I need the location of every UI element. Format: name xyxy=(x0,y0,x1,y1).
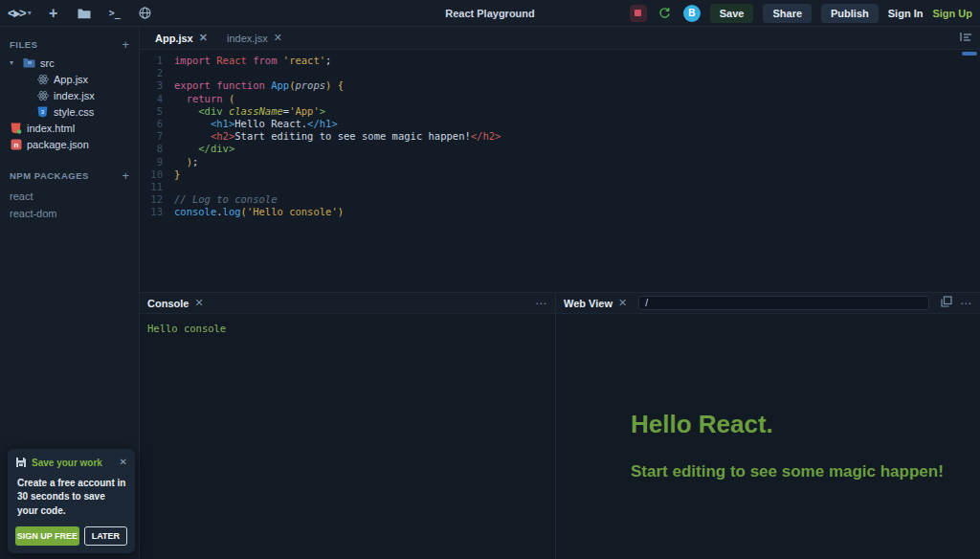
save-button[interactable]: Save xyxy=(710,4,754,23)
logo-code-icon: <▸> xyxy=(8,6,26,20)
npm-packages-header: NPM PACKAGES xyxy=(10,170,89,181)
react-file-icon xyxy=(36,89,49,101)
line-number: 12 xyxy=(140,193,163,206)
file-tree-item-style-css[interactable]: 3style.css xyxy=(0,103,139,120)
add-package-icon[interactable]: + xyxy=(122,169,129,182)
code-line-8[interactable]: 8 </div> xyxy=(140,143,980,155)
console-tab[interactable]: Console xyxy=(147,298,189,309)
code-line-3[interactable]: 3export function App(props) { xyxy=(140,79,980,92)
editor-tab-App-jsx[interactable]: App.jsx✕ xyxy=(147,28,215,48)
terminal-icon[interactable]: >_ xyxy=(106,5,123,22)
editor-tab-index-jsx[interactable]: index.jsx✕ xyxy=(219,28,290,48)
webview-panel: Web View ✕ / ⋯ Hello React. xyxy=(556,293,980,559)
react-file-icon xyxy=(36,73,49,85)
svg-text:n: n xyxy=(13,141,18,149)
npm-file-icon: n xyxy=(10,138,22,150)
file-tree-item-src[interactable]: ▾src xyxy=(0,55,139,71)
webview-subheading: Start editing to see some magic happen! xyxy=(631,462,980,481)
file-tree-item-App-jsx[interactable]: App.jsx xyxy=(0,71,139,87)
line-number: 11 xyxy=(140,181,163,193)
avatar[interactable]: B xyxy=(683,5,701,22)
code-line-7[interactable]: 7 <h2>Start editing to see some magic ha… xyxy=(140,130,980,143)
code-line-2[interactable]: 2 xyxy=(140,67,980,79)
code-line-1[interactable]: 1import React from 'react'; xyxy=(140,55,980,67)
webview-menu-icon[interactable]: ⋯ xyxy=(960,297,972,310)
tab-label: App.jsx xyxy=(155,33,193,44)
file-name: src xyxy=(40,57,55,69)
editor-tab-bar: App.jsx✕index.jsx✕ xyxy=(140,27,980,50)
code-line-13[interactable]: 13console.log('Hello console') xyxy=(140,206,980,218)
code-line-12[interactable]: 12// Log to console xyxy=(140,193,980,206)
tab-label: index.jsx xyxy=(227,33,268,44)
top-bar: <▸> ▾ + >_ React Playground B Save Share… xyxy=(0,0,980,27)
close-icon[interactable]: ✕ xyxy=(618,297,627,309)
open-in-new-window-icon[interactable] xyxy=(941,296,952,310)
close-icon[interactable]: ✕ xyxy=(199,32,208,44)
line-number: 13 xyxy=(140,206,163,218)
line-number: 6 xyxy=(140,118,163,130)
line-number: 9 xyxy=(140,156,163,168)
app-logo[interactable]: <▸> ▾ xyxy=(8,6,32,20)
npm-package-react[interactable]: react xyxy=(0,188,139,205)
file-tree-item-index-jsx[interactable]: index.jsx xyxy=(0,87,139,103)
code-line-4[interactable]: 4 return ( xyxy=(140,93,980,105)
popup-title: Save your work xyxy=(32,457,115,468)
save-work-popup: Save your work ✕ Create a free account i… xyxy=(8,449,135,554)
editor-scrollbar[interactable] xyxy=(962,52,977,56)
popup-message: Create a free account in 30 seconds to s… xyxy=(17,477,127,519)
url-input[interactable]: / xyxy=(638,296,929,310)
folder-icon[interactable] xyxy=(76,5,93,22)
line-number: 10 xyxy=(140,168,163,181)
file-name: index.jsx xyxy=(54,90,95,101)
code-line-5[interactable]: 5 <div className='App'> xyxy=(140,105,980,118)
file-tree-item-package-json[interactable]: npackage.json xyxy=(0,136,139,152)
sign-up-link[interactable]: Sign Up xyxy=(932,8,972,19)
webview-content: Hello React. Start editing to see some m… xyxy=(556,314,980,481)
new-project-icon[interactable]: + xyxy=(45,5,62,22)
refresh-icon[interactable] xyxy=(657,5,674,22)
sign-up-free-button[interactable]: SIGN UP FREE xyxy=(15,526,79,546)
console-menu-icon[interactable]: ⋯ xyxy=(535,297,547,310)
chevron-down-icon: ▾ xyxy=(28,9,32,17)
line-number: 3 xyxy=(140,79,163,92)
files-header: FILES xyxy=(10,39,37,50)
code-line-6[interactable]: 6 <h1>Hello React.</h1> xyxy=(140,118,980,130)
css-file-icon: 3 xyxy=(36,105,49,118)
globe-icon[interactable] xyxy=(137,5,154,22)
close-icon[interactable]: ✕ xyxy=(120,457,127,467)
file-name: style.css xyxy=(54,106,94,118)
add-file-icon[interactable]: + xyxy=(122,38,129,51)
close-icon[interactable]: ✕ xyxy=(194,297,203,309)
code-line-9[interactable]: 9 ); xyxy=(140,156,980,168)
code-line-11[interactable]: 11 xyxy=(140,181,980,193)
file-name: package.json xyxy=(27,139,89,150)
file-name: index.html xyxy=(27,123,75,134)
share-button[interactable]: Share xyxy=(763,4,812,23)
folder-file-icon xyxy=(23,56,35,69)
line-number: 5 xyxy=(140,105,163,118)
publish-button[interactable]: Publish xyxy=(821,4,879,23)
close-icon[interactable]: ✕ xyxy=(274,32,282,44)
webview-tab[interactable]: Web View xyxy=(564,298,612,309)
stop-icon[interactable] xyxy=(630,5,647,22)
chevron-down-icon[interactable]: ▾ xyxy=(10,58,18,67)
sidebar: FILES + ▾srcApp.jsxindex.jsx3style.cssin… xyxy=(0,27,140,559)
npm-package-react-dom[interactable]: react-dom xyxy=(0,205,139,222)
file-tree: ▾srcApp.jsxindex.jsx3style.cssindex.html… xyxy=(0,55,139,152)
line-number: 2 xyxy=(140,67,163,79)
line-number: 1 xyxy=(140,55,163,67)
sign-in-link[interactable]: Sign In xyxy=(888,8,924,19)
code-editor[interactable]: 1import React from 'react';2 3export fun… xyxy=(140,50,980,292)
floppy-disk-icon xyxy=(15,457,27,471)
html-file-icon xyxy=(10,122,22,134)
file-tree-item-index-html[interactable]: index.html xyxy=(0,120,139,136)
console-output: Hello console xyxy=(140,314,555,343)
format-code-icon[interactable] xyxy=(960,32,972,45)
console-panel: Console ✕ ⋯ Hello console xyxy=(140,293,556,559)
webview-heading: Hello React. xyxy=(631,410,980,439)
line-number: 7 xyxy=(140,130,163,143)
code-line-10[interactable]: 10} xyxy=(140,168,980,181)
line-number: 8 xyxy=(140,143,163,155)
npm-package-list: reactreact-dom xyxy=(0,186,139,224)
later-button[interactable]: LATER xyxy=(84,526,127,546)
